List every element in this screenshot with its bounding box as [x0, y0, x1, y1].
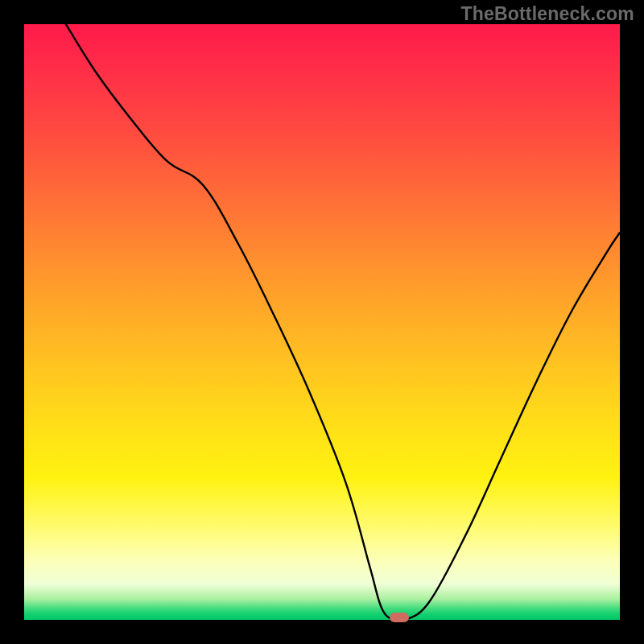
- minimum-marker: [390, 613, 409, 622]
- watermark-text: TheBottleneck.com: [460, 3, 634, 25]
- curve-path: [66, 24, 620, 620]
- bottleneck-curve: [24, 24, 620, 620]
- plot-area: [24, 24, 620, 620]
- chart-stage: TheBottleneck.com: [0, 0, 644, 644]
